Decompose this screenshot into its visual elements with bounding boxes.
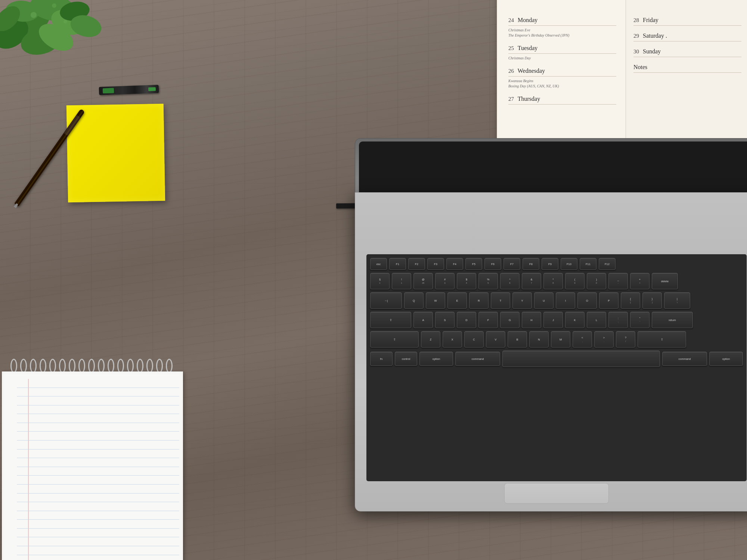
key-5[interactable]: %5	[478, 273, 498, 289]
key-v[interactable]: V	[486, 331, 505, 348]
key-u[interactable]: U	[534, 292, 554, 309]
notebook	[0, 358, 183, 560]
key-backslash[interactable]: |\	[664, 292, 690, 309]
key-f3[interactable]: F3	[427, 258, 444, 270]
key-shift-right[interactable]: ⇧	[638, 331, 686, 348]
key-quote[interactable]: "'	[630, 312, 650, 328]
key-t[interactable]: T	[491, 292, 510, 309]
notebook-line	[17, 405, 179, 414]
spiral-coil	[40, 359, 46, 373]
key-esc[interactable]: esc	[370, 258, 387, 270]
key-8[interactable]: *8	[543, 273, 563, 289]
notebook-line	[17, 449, 179, 458]
key-row-qwerty: →| Q W E R T Y U I O P {[ }] |\	[370, 292, 743, 309]
trackpad[interactable]	[504, 483, 609, 504]
calendar-day-24-name: Monday	[518, 17, 537, 23]
key-f4[interactable]: F4	[446, 258, 463, 270]
key-n[interactable]: N	[529, 331, 549, 348]
key-row-asdf: ⇪ A S D F G H J K L :; "' return	[370, 312, 743, 328]
key-z[interactable]: Z	[421, 331, 440, 348]
key-0[interactable]: )0	[587, 273, 606, 289]
notebook-line	[17, 537, 179, 546]
key-g[interactable]: G	[500, 312, 520, 328]
key-command-left[interactable]: command	[455, 352, 500, 366]
laptop-base: esc F1 F2 F3 F4 F5 F6 F7 F8 F9 F10 F11 F…	[355, 192, 747, 511]
key-return[interactable]: return	[652, 312, 693, 328]
notebook-line	[17, 529, 179, 538]
notebook-spiral	[6, 358, 177, 373]
key-equals[interactable]: +=	[630, 273, 650, 289]
key-a[interactable]: A	[413, 312, 433, 328]
key-minus[interactable]: _-	[608, 273, 628, 289]
key-m[interactable]: M	[551, 331, 570, 348]
key-f8[interactable]: F8	[523, 258, 539, 270]
key-row-numbers: §± !1 @2€ #3 $4 %5 ^6 &7 *8 (9 )0 _- += …	[370, 273, 743, 289]
key-capslock[interactable]: ⇪	[370, 312, 411, 328]
notebook-line	[17, 423, 179, 432]
key-option-left[interactable]: option	[419, 352, 453, 366]
key-f2[interactable]: F2	[408, 258, 425, 270]
key-slash[interactable]: ?/	[616, 331, 635, 348]
key-f12[interactable]: F12	[599, 258, 616, 270]
key-s[interactable]: S	[435, 312, 455, 328]
key-c[interactable]: C	[464, 331, 484, 348]
key-period[interactable]: >.	[594, 331, 614, 348]
key-i[interactable]: I	[556, 292, 575, 309]
key-fn[interactable]: fn	[370, 352, 393, 366]
key-b[interactable]: B	[508, 331, 527, 348]
key-e[interactable]: E	[447, 292, 467, 309]
key-o[interactable]: O	[577, 292, 597, 309]
key-7[interactable]: &7	[522, 273, 541, 289]
spiral-coil	[166, 359, 173, 373]
key-control[interactable]: control	[395, 352, 417, 366]
key-4[interactable]: $4	[457, 273, 476, 289]
key-f1[interactable]: F1	[389, 258, 406, 270]
key-9[interactable]: (9	[565, 273, 585, 289]
laptop-screen	[359, 141, 747, 197]
key-f9[interactable]: F9	[542, 258, 558, 270]
key-tab[interactable]: →|	[370, 292, 402, 309]
calendar-day-26-number: 26	[508, 68, 514, 74]
key-k[interactable]: K	[565, 312, 585, 328]
key-shift-left[interactable]: ⇧	[370, 331, 419, 348]
key-y[interactable]: Y	[512, 292, 532, 309]
key-bracket-right[interactable]: }]	[642, 292, 662, 309]
key-f11[interactable]: F11	[580, 258, 596, 270]
key-d[interactable]: D	[457, 312, 476, 328]
key-h[interactable]: H	[522, 312, 541, 328]
key-1[interactable]: !1	[392, 273, 411, 289]
key-space[interactable]	[502, 351, 660, 367]
key-q[interactable]: Q	[404, 292, 424, 309]
key-j[interactable]: J	[543, 312, 563, 328]
calendar-day-28-header: 28 Friday	[633, 17, 741, 24]
key-command-right[interactable]: command	[662, 352, 707, 366]
calendar-entry-24: 24 Monday Christmas Eve The Emperor's Bi…	[508, 17, 616, 38]
key-2[interactable]: @2€	[413, 273, 433, 289]
calendar-day-29-name: Saturday .	[643, 32, 667, 39]
notebook-line	[17, 502, 179, 511]
key-3[interactable]: #3	[435, 273, 455, 289]
key-comma[interactable]: <,	[573, 331, 592, 348]
key-semicolon[interactable]: :;	[608, 312, 628, 328]
key-p[interactable]: P	[599, 292, 619, 309]
key-r[interactable]: R	[469, 292, 489, 309]
key-option-right[interactable]: option	[709, 352, 743, 366]
key-delete[interactable]: delete	[652, 273, 678, 289]
key-f5[interactable]: F5	[465, 258, 482, 270]
key-f[interactable]: F	[478, 312, 498, 328]
key-x[interactable]: X	[443, 331, 462, 348]
key-f6[interactable]: F6	[484, 258, 501, 270]
calendar-entry-30: 30 Sunday	[633, 48, 741, 57]
key-l[interactable]: L	[587, 312, 606, 328]
notebook-line	[17, 379, 179, 388]
key-section[interactable]: §±	[370, 273, 390, 289]
notebook-lines	[17, 379, 179, 560]
notebook-line	[17, 520, 179, 529]
key-6[interactable]: ^6	[500, 273, 520, 289]
laptop: esc F1 F2 F3 F4 F5 F6 F7 F8 F9 F10 F11 F…	[355, 138, 747, 511]
key-f7[interactable]: F7	[503, 258, 520, 270]
calendar-note-kwanzaa: Kwanzaa Begins	[508, 78, 616, 84]
key-f10[interactable]: F10	[561, 258, 577, 270]
key-bracket-left[interactable]: {[	[621, 292, 640, 309]
key-w[interactable]: W	[426, 292, 445, 309]
